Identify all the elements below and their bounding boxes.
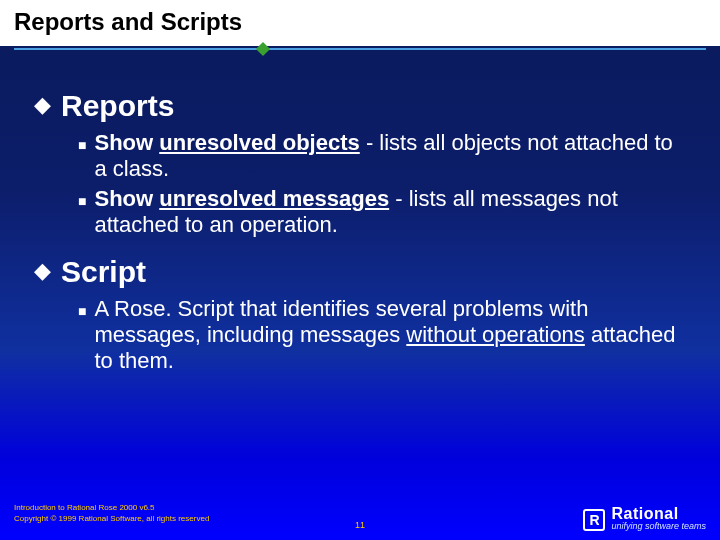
slide-title: Reports and Scripts <box>0 0 720 46</box>
underline-text: without operations <box>406 322 585 347</box>
section-heading-text: Script <box>61 256 146 288</box>
title-rule <box>14 46 706 52</box>
footer: Introduction to Rational Rose 2000 v6.5 … <box>0 492 720 540</box>
bullet-item: ■ A Rose. Script that identifies several… <box>78 296 690 374</box>
rational-logo: R Rational unifying software teams <box>583 508 706 532</box>
bullet-item: ■ Show unresolved objects - lists all ob… <box>78 130 690 182</box>
bold-lead: Show <box>94 130 159 155</box>
square-bullet-icon: ■ <box>78 132 86 158</box>
rule-line <box>14 48 706 50</box>
bullet-text: A Rose. Script that identifies several p… <box>94 296 684 374</box>
square-bullet-icon: ■ <box>78 298 86 324</box>
logo-brand: Rational unifying software teams <box>611 508 706 532</box>
bullet-item: ■ Show unresolved messages - lists all m… <box>78 186 690 238</box>
section-heading: ◆ Reports <box>34 90 690 122</box>
logo-tagline: unifying software teams <box>611 520 706 532</box>
square-bullet-icon: ■ <box>78 188 86 214</box>
diamond-bullet-icon: ◆ <box>34 256 51 286</box>
separator: - <box>389 186 409 211</box>
copyright-block: Introduction to Rational Rose 2000 v6.5 … <box>14 502 209 524</box>
logo-mark-icon: R <box>583 509 605 531</box>
underline-lead: unresolved messages <box>159 186 389 211</box>
separator: - <box>360 130 380 155</box>
bold-lead: Show <box>94 186 159 211</box>
section-heading-text: Reports <box>61 90 174 122</box>
copyright-line-2: Copyright © 1999 Rational Software, all … <box>14 513 209 524</box>
page-number: 11 <box>355 520 365 530</box>
content-area: ◆ Reports ■ Show unresolved objects - li… <box>0 52 720 374</box>
bullet-text: Show unresolved objects - lists all obje… <box>94 130 684 182</box>
section-heading: ◆ Script <box>34 256 690 288</box>
copyright-line-1: Introduction to Rational Rose 2000 v6.5 <box>14 502 209 513</box>
logo-name: Rational <box>611 508 706 520</box>
bullet-text: Show unresolved messages - lists all mes… <box>94 186 684 238</box>
diamond-bullet-icon: ◆ <box>34 90 51 120</box>
underline-lead: unresolved objects <box>159 130 360 155</box>
